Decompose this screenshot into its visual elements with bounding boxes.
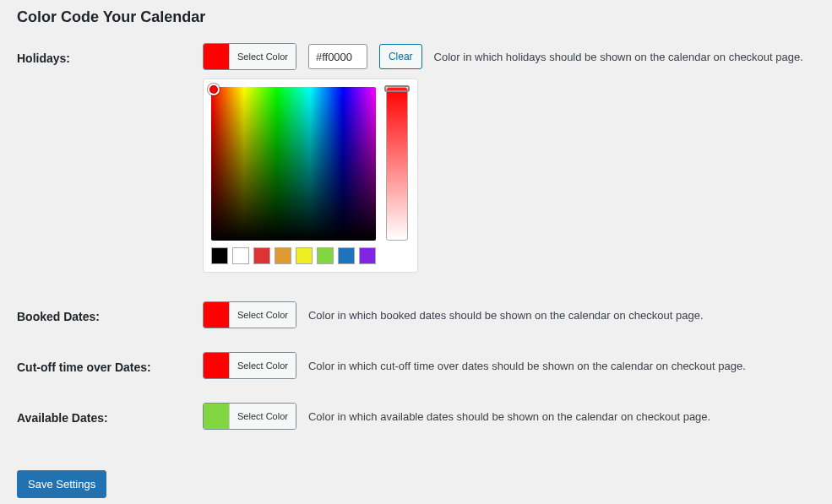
palette-swatch-4[interactable] — [296, 247, 313, 264]
select-color-label: Select Color — [229, 302, 296, 328]
cutoff-description: Color in which cut-off time over dates s… — [308, 360, 746, 372]
palette-swatch-2[interactable] — [253, 247, 270, 264]
palette-swatch-1[interactable] — [232, 247, 249, 264]
row-cutoff: Cut-off time over Dates: Select Color Co… — [17, 352, 815, 379]
booked-color-button[interactable]: Select Color — [203, 301, 296, 328]
holidays-clear-button[interactable]: Clear — [379, 44, 422, 69]
holidays-description: Color in which holidays should be shown … — [434, 51, 803, 63]
save-settings-button[interactable]: Save Settings — [17, 470, 106, 498]
booked-label: Booked Dates: — [17, 310, 100, 323]
select-color-label: Select Color — [229, 404, 296, 429]
hue-handle[interactable] — [384, 85, 410, 92]
palette-swatch-7[interactable] — [359, 247, 376, 264]
booked-swatch — [204, 302, 229, 328]
palette-swatch-0[interactable] — [211, 247, 228, 264]
sv-handle[interactable] — [208, 84, 220, 95]
cutoff-label: Cut-off time over Dates: — [17, 360, 151, 374]
holidays-color-button[interactable]: Select Color — [203, 43, 296, 70]
select-color-label: Select Color — [229, 353, 296, 378]
row-holidays: Holidays: Select Color Clear Color in wh… — [17, 43, 815, 70]
cutoff-swatch — [204, 353, 229, 378]
available-label: Available Dates: — [17, 411, 108, 425]
color-picker-panel — [203, 79, 418, 273]
row-available: Available Dates: Select Color Color in w… — [17, 403, 815, 430]
holidays-swatch — [204, 44, 229, 69]
palette-swatch-6[interactable] — [338, 247, 355, 264]
available-description: Color in which available dates should be… — [308, 410, 710, 423]
palette-swatch-5[interactable] — [317, 247, 334, 264]
available-color-button[interactable]: Select Color — [203, 403, 296, 430]
cutoff-color-button[interactable]: Select Color — [203, 352, 296, 379]
row-booked: Booked Dates: Select Color Color in whic… — [17, 301, 815, 328]
hue-strip[interactable] — [386, 87, 408, 241]
palette-row — [211, 247, 410, 264]
palette-swatch-3[interactable] — [275, 247, 291, 264]
saturation-value-canvas[interactable] — [211, 87, 376, 241]
available-swatch — [204, 404, 229, 429]
holidays-label: Holidays: — [17, 51, 70, 65]
booked-description: Color in which booked dates should be sh… — [308, 309, 704, 322]
select-color-label: Select Color — [229, 44, 296, 69]
holidays-hex-input[interactable] — [308, 44, 367, 69]
page-title: Color Code Your Calendar — [17, 8, 815, 26]
